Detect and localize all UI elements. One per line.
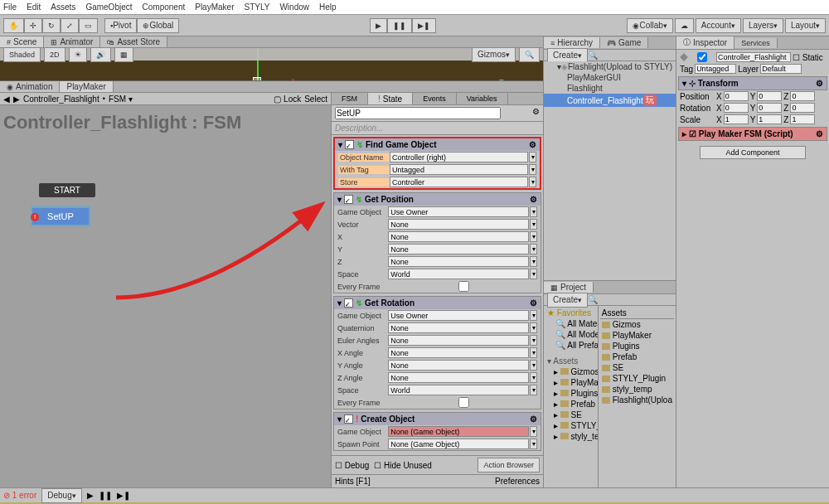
menu-assets[interactable]: Assets (51, 2, 75, 12)
tab-asset-store[interactable]: 🛍 Asset Store (100, 36, 167, 47)
pm-pause[interactable]: ❚❚ (99, 491, 112, 500)
field-every-frame[interactable]: Every Frame (334, 280, 541, 293)
field-every-frame[interactable]: Every Frame (334, 396, 541, 409)
project-tree[interactable]: ★ Favorites 🔍 All Materia🔍 All Models🔍 A… (544, 306, 599, 487)
field-game-object[interactable]: Game Object▾ (334, 425, 541, 438)
pm-breadcrumb[interactable]: Controller_Flashlight (23, 94, 99, 104)
menu-help[interactable]: Help (319, 2, 337, 12)
tree-folder[interactable]: ▸ SE (545, 410, 596, 420)
gameobject-name-field[interactable] (716, 52, 791, 62)
pm-back[interactable]: ◀ (3, 94, 10, 104)
layers-button[interactable]: Layers ▾ (743, 18, 783, 33)
active-checkbox[interactable] (690, 52, 715, 62)
start-node[interactable]: START (39, 183, 95, 197)
breadcrumb-assets[interactable]: Assets (600, 308, 674, 319)
static-checkbox[interactable]: ☐ Static (793, 53, 823, 62)
field-y-angle[interactable]: Y Angle▾ (334, 359, 541, 371)
layout-button[interactable]: Layout ▾ (785, 18, 826, 33)
tab-services[interactable]: Services (734, 38, 778, 48)
pm-step[interactable]: ▶❚ (117, 491, 130, 500)
field-quaternion[interactable]: Quaternion▾ (334, 322, 541, 334)
project-item[interactable]: STYLY_Plugin (600, 373, 674, 384)
scale-z[interactable] (790, 114, 815, 124)
field-with-tag[interactable]: With Tag▾ (335, 163, 540, 176)
tool-move[interactable]: ✢ (24, 18, 42, 33)
layer-dropdown[interactable] (760, 64, 802, 74)
gear-icon[interactable] (532, 107, 540, 116)
tab-animator[interactable]: ⊞ Animator (44, 36, 100, 47)
rot-y[interactable] (757, 103, 782, 113)
tool-scale[interactable]: ⤢ (61, 18, 79, 33)
preferences-link[interactable]: Preferences (495, 477, 540, 486)
project-item[interactable]: Flashlight(Uploa (600, 395, 674, 405)
field-space[interactable]: Space▾ (334, 268, 541, 280)
favorite-item[interactable]: 🔍 All Materia (545, 318, 596, 329)
pm-select[interactable]: Select (304, 94, 327, 104)
debug-dropdown[interactable]: Debug ▾ (41, 488, 81, 503)
play-button[interactable]: ▶ (370, 18, 387, 33)
scale-y[interactable] (757, 114, 782, 124)
project-item[interactable]: PlayMaker (600, 330, 674, 341)
pm-fwd[interactable]: ▶ (13, 94, 20, 104)
project-item[interactable]: styly_temp (600, 384, 674, 395)
project-item[interactable]: Plugins (600, 341, 674, 351)
field-euler-angles[interactable]: Euler Angles▾ (334, 334, 541, 346)
transform-component[interactable]: ▾ ⊹ Transform (678, 76, 827, 90)
search-icon[interactable]: 🔍 (519, 48, 540, 62)
hints-label[interactable]: Hints [F1] (335, 477, 371, 486)
action-get-rotation[interactable]: ▾ ↯ Get RotationGame Object▾Quaternion▾E… (333, 296, 541, 410)
pm-play[interactable]: ▶ (87, 491, 94, 500)
mode-2d[interactable]: 2D (44, 48, 65, 62)
action-find-game-object[interactable]: ▾ ↯ Find Game ObjectObject Name▾With Tag… (333, 137, 541, 190)
tab-game[interactable]: 🎮 Game (600, 37, 648, 48)
menu-edit[interactable]: Edit (27, 2, 41, 12)
hierarchy-item[interactable]: Controller_Flashlight 玩 (544, 94, 676, 107)
field-x-angle[interactable]: X Angle▾ (334, 346, 541, 359)
tree-folder[interactable]: ▸ Plugins (545, 388, 596, 399)
hierarchy-list[interactable]: ▾ ◈ Flashlight(Upload to STYLY)PlayMaker… (544, 61, 676, 280)
collab-button[interactable]: ◉ Collab ▾ (627, 18, 672, 33)
hierarchy-item[interactable]: PlayMakerGUI (544, 72, 676, 83)
project-item[interactable]: Prefab (600, 351, 674, 362)
global-button[interactable]: ⊕ Global (137, 18, 179, 33)
tab-events[interactable]: Events (413, 93, 457, 104)
shaded-dropdown[interactable]: Shaded (3, 48, 41, 62)
tab-scene[interactable]: # Scene (0, 36, 44, 47)
add-component-button[interactable]: Add Component (700, 146, 805, 159)
tab-playmaker[interactable]: PlayMaker (60, 81, 113, 92)
field-game-object[interactable]: Game Object▾ (334, 206, 541, 218)
field-z-angle[interactable]: Z Angle▾ (334, 371, 541, 384)
gizmos-dropdown[interactable]: Gizmos ▾ (472, 48, 516, 62)
tab-state[interactable]: ! State (368, 93, 413, 104)
tab-hierarchy[interactable]: ≡ Hierarchy (544, 37, 600, 48)
tab-fsm[interactable]: FSM (332, 93, 368, 104)
scale-x[interactable] (724, 114, 749, 124)
pm-fsm-dropdown[interactable]: FSM ▾ (109, 94, 133, 104)
state-node-setup[interactable]: SetUP (31, 206, 90, 226)
menu-window[interactable]: Window (279, 2, 309, 12)
action-get-position[interactable]: ▾ ↯ Get PositionGame Object▾Vector▾X▾Y▾Z… (333, 192, 541, 293)
tab-animation[interactable]: ◉ Animation (0, 81, 60, 92)
field-y[interactable]: Y▾ (334, 243, 541, 255)
project-create[interactable]: Create ▾ (547, 293, 588, 308)
tag-dropdown[interactable] (695, 64, 736, 74)
field-space[interactable]: Space▾ (334, 384, 541, 396)
account-button[interactable]: Account ▾ (696, 18, 741, 33)
tab-inspector[interactable]: ⓘ Inspector (676, 36, 734, 49)
light-icon[interactable]: ☀ (69, 48, 87, 62)
project-list[interactable]: Assets Gizmos PlayMaker Plugins Prefab S… (599, 306, 676, 487)
cloud-button[interactable]: ☁ (675, 18, 694, 33)
pm-lock[interactable]: ▢ Lock (274, 94, 301, 104)
menu-styly[interactable]: STYLY (244, 2, 269, 12)
pivot-button[interactable]: ▪ Pivot (104, 18, 137, 33)
pause-button[interactable]: ❚❚ (387, 18, 412, 33)
rot-z[interactable] (790, 103, 815, 113)
field-z[interactable]: Z▾ (334, 255, 541, 268)
project-item[interactable]: Gizmos (600, 319, 674, 330)
pos-y[interactable] (757, 91, 782, 101)
menu-gameobject[interactable]: GameObject (85, 2, 132, 12)
tab-variables[interactable]: Variables (457, 93, 508, 104)
pos-z[interactable] (790, 91, 815, 101)
hierarchy-item[interactable]: Flashlight (544, 83, 676, 94)
action-browser-button[interactable]: Action Browser (478, 458, 540, 472)
